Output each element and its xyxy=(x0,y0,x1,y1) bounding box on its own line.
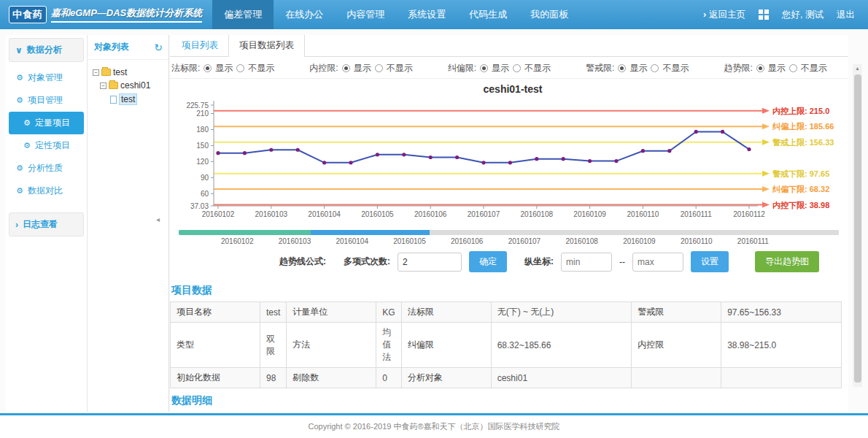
gear-icon: ⚙ xyxy=(16,73,23,82)
sidebar-item-data-compare[interactable]: ⚙数据对比 xyxy=(9,180,84,202)
svg-text:20160109: 20160109 xyxy=(573,210,606,218)
chevron-down-icon: ∨ xyxy=(15,45,23,55)
gear-icon: ⚙ xyxy=(23,141,31,150)
yaxis-label: 纵坐标: xyxy=(524,256,554,268)
svg-text:225.75: 225.75 xyxy=(186,101,209,110)
vertical-scrollbar-thumb[interactable] xyxy=(854,74,861,383)
vertical-scrollbar[interactable]: ▲ xyxy=(853,64,862,387)
chart-container: ceshi01-test 内控上限: 215.0纠偏上限: 185.66警戒上限… xyxy=(170,78,848,245)
svg-text:210: 210 xyxy=(196,110,209,118)
user-greeting[interactable]: 您好, 测试 xyxy=(782,9,824,21)
page: 中食药 嘉和eGMP—DAS数据统计分析系统 偏差管理 在线办公 内容管理 系统… xyxy=(0,0,868,438)
toggle-jiupian: 纠偏限:显示不显示 xyxy=(448,62,551,74)
set-button[interactable]: 设置 xyxy=(691,251,729,272)
app-logo: 中食药 嘉和eGMP—DAS数据统计分析系统 xyxy=(0,0,212,29)
radio-hide[interactable] xyxy=(236,64,244,72)
project-data-heading: 项目数据 xyxy=(170,278,848,301)
sidebar-group-logs[interactable]: › 日志查看 xyxy=(9,212,84,237)
refresh-icon[interactable]: ↻ xyxy=(154,42,163,53)
scroll-up-icon[interactable]: ▲ xyxy=(855,66,860,71)
tree-node-root[interactable]: − test xyxy=(91,66,166,79)
sidebar-item-quantitative[interactable]: ⚙定量项目 xyxy=(9,112,84,134)
sidebar-item-object-mgmt[interactable]: ⚙对象管理 xyxy=(9,66,84,89)
radio-hide[interactable] xyxy=(789,64,797,72)
sidebar-item-project-mgmt[interactable]: ⚙项目管理 xyxy=(9,89,84,112)
range-separator: -- xyxy=(619,257,625,267)
svg-text:20160107: 20160107 xyxy=(468,210,500,218)
radio-show[interactable] xyxy=(618,64,626,72)
yaxis-max-input[interactable] xyxy=(632,253,683,272)
nav-item-settings[interactable]: 系统设置 xyxy=(396,0,457,29)
yaxis-min-input[interactable] xyxy=(561,253,612,272)
radio-show[interactable] xyxy=(342,64,350,72)
nav-item-deviation[interactable]: 偏差管理 xyxy=(212,0,274,29)
svg-text:20160106: 20160106 xyxy=(414,210,447,218)
object-panel-title: 对象列表 xyxy=(94,41,129,53)
nav-item-dashboard[interactable]: 我的面板 xyxy=(519,0,580,29)
folder-icon xyxy=(109,82,118,89)
footer: Copyright © 2016-2019 中食药®嘉和天下（北京）国际医学科技… xyxy=(0,413,868,438)
slider-segment-handle[interactable] xyxy=(311,230,430,235)
nav-item-content[interactable]: 内容管理 xyxy=(335,0,396,29)
header-right: ›返回主页 您好, 测试 退出 xyxy=(703,0,868,29)
svg-text:内控上限: 215.0: 内控上限: 215.0 xyxy=(772,107,829,115)
toggle-neikong: 内控限:显示不显示 xyxy=(309,62,412,74)
toggle-qushi: 趋势限:显示不显示 xyxy=(724,62,826,74)
gear-icon: ⚙ xyxy=(16,164,23,173)
formula-label: 趋势线公式: xyxy=(279,256,326,268)
export-trend-button[interactable]: 导出趋势图 xyxy=(755,251,819,272)
radio-hide[interactable] xyxy=(651,64,659,72)
table-row: 初始化数据98 剔除数0 分析对象ceshi01 xyxy=(171,368,842,388)
tab-project-list[interactable]: 项目列表 xyxy=(171,35,228,56)
tree-node-leaf[interactable]: test xyxy=(91,92,166,107)
sidebar-item-qualitative[interactable]: ⚙定性项目 xyxy=(9,134,84,157)
nav-item-codegen[interactable]: 代码生成 xyxy=(457,0,519,29)
radio-show[interactable] xyxy=(480,64,488,72)
svg-text:37.03: 37.03 xyxy=(190,202,209,210)
radio-show[interactable] xyxy=(756,64,764,72)
svg-text:60: 60 xyxy=(201,190,209,198)
table-row: 项目名称test 计量单位KG 法标限无(下) ~ 无(上) 警戒限97.65~… xyxy=(171,302,842,323)
svg-text:20160110: 20160110 xyxy=(627,210,659,218)
radio-show[interactable] xyxy=(204,64,212,72)
slider-segment-selected[interactable] xyxy=(179,230,311,235)
poly-degree-input[interactable] xyxy=(398,253,462,272)
main-content: 项目列表 项目数据列表 法标限:显示不显示 内控限:显示不显示 纠偏限:显示不显… xyxy=(170,35,848,412)
logout-link[interactable]: 退出 xyxy=(837,9,855,21)
collapse-box-icon[interactable]: − xyxy=(100,82,106,89)
file-icon xyxy=(110,96,117,104)
slider-segment-rest[interactable] xyxy=(430,230,839,235)
confirm-button[interactable]: 确定 xyxy=(469,251,507,272)
folder-icon xyxy=(101,69,111,76)
sidebar: ∨ 数据分析 ⚙对象管理 ⚙项目管理 ⚙定量项目 ⚙定性项目 ⚙分析性质 ⚙数据… xyxy=(6,35,88,412)
collapse-box-icon[interactable]: − xyxy=(93,69,99,76)
sidebar-group-data-analysis[interactable]: ∨ 数据分析 xyxy=(9,38,84,62)
svg-text:纠偏上限: 185.66: 纠偏上限: 185.66 xyxy=(772,122,834,131)
nav-item-office[interactable]: 在线办公 xyxy=(274,0,335,29)
project-data-table: 项目名称test 计量单位KG 法标限无(下) ~ 无(上) 警戒限97.65~… xyxy=(170,301,842,388)
grid-icon[interactable] xyxy=(759,9,769,20)
gear-icon: ⚙ xyxy=(23,118,31,128)
svg-text:警戒下限: 97.65: 警戒下限: 97.65 xyxy=(772,169,829,178)
data-detail-heading: 数据明细 xyxy=(170,388,848,412)
trend-line-chart: 内控上限: 215.0纠偏上限: 185.66警戒上限: 156.33警戒下限:… xyxy=(177,96,847,225)
sidebar-item-analysis-property[interactable]: ⚙分析性质 xyxy=(9,157,84,180)
svg-text:20160104: 20160104 xyxy=(308,210,341,218)
poly-degree-label: 多项式次数: xyxy=(344,256,390,268)
toggle-jingjie: 警戒限:显示不显示 xyxy=(586,62,689,74)
range-slider-track[interactable] xyxy=(179,230,839,235)
svg-text:20160103: 20160103 xyxy=(255,210,288,218)
tab-bar: 项目列表 项目数据列表 xyxy=(170,35,848,57)
tree-node-group[interactable]: − ceshi01 xyxy=(91,79,166,92)
body: ∨ 数据分析 ⚙对象管理 ⚙项目管理 ⚙定量项目 ⚙定性项目 ⚙分析性质 ⚙数据… xyxy=(0,29,868,413)
toggle-fabiao: 法标限:显示不显示 xyxy=(171,62,274,74)
svg-text:20160102: 20160102 xyxy=(202,210,235,218)
panel-collapse-arrow-icon[interactable]: ◂ xyxy=(156,215,160,223)
svg-text:180: 180 xyxy=(196,126,209,134)
svg-text:纠偏下限: 68.32: 纠偏下限: 68.32 xyxy=(772,185,829,193)
tab-project-data-list[interactable]: 项目数据列表 xyxy=(228,35,305,57)
object-tree: − test − ceshi01 test xyxy=(88,60,168,112)
radio-hide[interactable] xyxy=(375,64,383,72)
radio-hide[interactable] xyxy=(513,64,521,72)
home-link[interactable]: ›返回主页 xyxy=(703,9,745,21)
